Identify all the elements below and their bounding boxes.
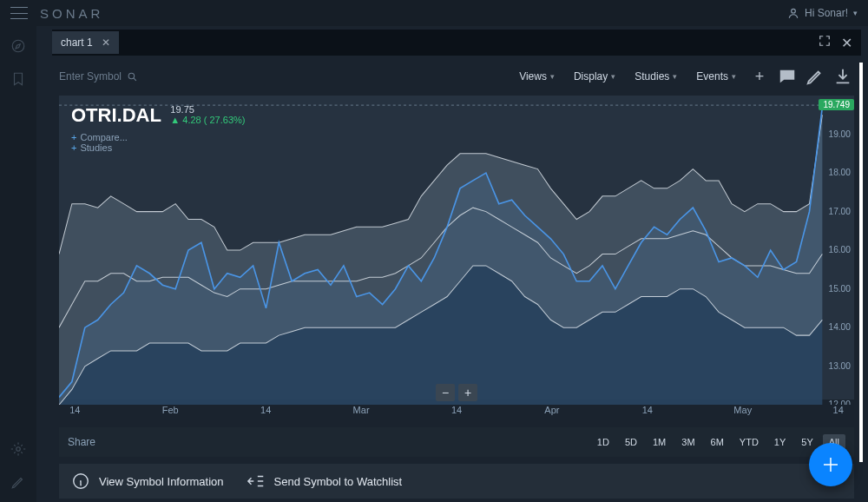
user-icon	[787, 7, 799, 19]
edit-icon[interactable]	[10, 474, 26, 490]
events-dropdown[interactable]: Events▾	[689, 70, 743, 83]
chart-tab[interactable]: chart 1 ✕	[52, 31, 119, 54]
x-tick: Feb	[162, 405, 179, 415]
chart-area[interactable]: OTRI.DAL 19.75 ▲ 4.28 ( 27.63%) +Compare…	[59, 96, 854, 400]
x-tick: 14	[451, 405, 462, 415]
user-menu[interactable]: Hi Sonar! ▾	[787, 7, 858, 19]
actions-row: View Symbol Information Send Symbol to W…	[59, 464, 854, 499]
scroll-edge	[859, 63, 863, 462]
svg-point-1	[12, 40, 24, 52]
display-dropdown[interactable]: Display▾	[567, 70, 622, 83]
add-icon[interactable]: +	[748, 67, 771, 86]
chevron-down-icon: ▾	[853, 9, 858, 17]
price-badge: 19.749	[819, 99, 854, 110]
content: chart 1 ✕ ✕ Enter Symbol Views▾ Display▾…	[36, 26, 868, 502]
topbar: SONAR Hi Sonar! ▾	[0, 0, 868, 26]
range-5D[interactable]: 5D	[619, 434, 643, 450]
panel-close-icon[interactable]: ✕	[841, 35, 852, 51]
settings-icon[interactable]	[10, 441, 26, 457]
svg-text:15.00: 15.00	[828, 284, 851, 294]
x-tick: May	[733, 405, 752, 415]
symbol-change: ▲ 4.28 ( 27.63%)	[170, 115, 245, 125]
svg-text:16.00: 16.00	[828, 245, 851, 254]
plus-icon	[820, 454, 841, 475]
tabbar: chart 1 ✕ ✕	[52, 30, 861, 56]
range-selector: 1D5D1M3M6MYTD1Y5YAll	[591, 434, 845, 450]
x-axis: 14Feb14Mar14Apr14May14	[59, 400, 854, 420]
svg-text:13.00: 13.00	[828, 361, 851, 371]
range-1M[interactable]: 1M	[647, 434, 672, 450]
symbol-name: OTRI.DAL	[71, 104, 161, 127]
left-rail	[0, 26, 36, 502]
symbol-search[interactable]: Enter Symbol	[59, 70, 138, 83]
svg-text:17.00: 17.00	[828, 207, 851, 216]
app-logo: SONAR	[40, 6, 103, 21]
watchlist-icon	[247, 472, 266, 491]
expand-icon[interactable]	[819, 35, 831, 47]
range-6M[interactable]: 6M	[705, 434, 730, 450]
chat-icon[interactable]	[776, 67, 799, 86]
info-icon	[71, 472, 90, 491]
x-tick: Mar	[353, 405, 370, 415]
svg-point-0	[792, 9, 796, 13]
studies-dropdown[interactable]: Studies▾	[628, 70, 684, 83]
range-1Y[interactable]: 1Y	[768, 434, 792, 450]
send-to-watchlist-button[interactable]: Send Symbol to Watchlist	[247, 472, 403, 491]
zoom-out-button[interactable]: −	[436, 384, 455, 401]
zoom-in-button[interactable]: +	[458, 384, 477, 401]
svg-point-2	[16, 447, 21, 452]
chart-panel: Enter Symbol Views▾ Display▾ Studies▾ Ev…	[52, 63, 861, 499]
hamburger-icon[interactable]	[10, 7, 28, 19]
chart-header: OTRI.DAL 19.75 ▲ 4.28 ( 27.63%) +Compare…	[71, 104, 245, 153]
svg-text:19.00: 19.00	[828, 129, 851, 139]
share-button[interactable]: Share	[68, 436, 95, 448]
bookmark-icon[interactable]	[10, 71, 26, 87]
symbol-price: 19.75	[170, 104, 245, 115]
download-icon[interactable]	[832, 67, 854, 86]
tab-close-icon[interactable]: ✕	[102, 36, 110, 49]
tab-label: chart 1	[61, 36, 93, 49]
svg-text:14.00: 14.00	[828, 322, 851, 332]
legend-compare[interactable]: +Compare...	[71, 132, 245, 142]
search-placeholder: Enter Symbol	[59, 70, 122, 83]
svg-text:18.00: 18.00	[828, 168, 851, 177]
draw-icon[interactable]	[804, 67, 826, 86]
svg-point-3	[128, 73, 135, 79]
fab-add-button[interactable]	[809, 443, 852, 486]
chart-toolbar: Enter Symbol Views▾ Display▾ Studies▾ Ev…	[52, 63, 861, 90]
range-1D[interactable]: 1D	[591, 434, 615, 450]
chart-footer: Share 1D5D1M3M6MYTD1Y5YAll	[59, 427, 854, 457]
x-tick: 14	[69, 405, 80, 415]
view-symbol-info-button[interactable]: View Symbol Information	[71, 472, 224, 491]
x-tick: 14	[642, 405, 653, 415]
compass-icon[interactable]	[10, 38, 26, 54]
range-YTD[interactable]: YTD	[733, 434, 765, 450]
legend-studies[interactable]: +Studies	[71, 142, 245, 153]
views-dropdown[interactable]: Views▾	[512, 70, 562, 83]
search-icon	[127, 71, 138, 83]
x-tick: Apr	[544, 405, 559, 415]
x-tick: 14	[260, 405, 271, 415]
x-tick: 14	[833, 405, 844, 415]
range-3M[interactable]: 3M	[675, 434, 700, 450]
user-greeting: Hi Sonar!	[805, 7, 848, 19]
